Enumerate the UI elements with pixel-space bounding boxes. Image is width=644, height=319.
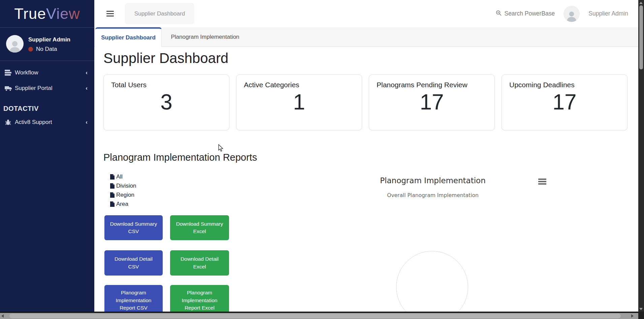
header-user-name: Supplier Admin bbox=[588, 10, 628, 17]
chart-subtitle: Overall Planogram Implementation bbox=[310, 192, 556, 198]
report-link-division[interactable]: Division bbox=[110, 181, 136, 190]
stat-card-label: Planograms Pending Review bbox=[369, 75, 494, 89]
sidebar-item-supplier-portal[interactable]: Supplier Portal ‹ bbox=[0, 81, 94, 96]
download-summary-csv-button[interactable]: Download Summary CSV bbox=[104, 215, 163, 240]
hamburger-menu-icon[interactable] bbox=[106, 9, 114, 18]
sidebar-user-name: Supplier Admin bbox=[28, 36, 70, 43]
search-powerbase[interactable]: Search PowerBase bbox=[496, 10, 555, 18]
planogram-chart: Planogram Implementation Overall Planogr… bbox=[310, 171, 556, 319]
vertical-scrollbar-thumb[interactable] bbox=[639, 5, 643, 69]
file-icon bbox=[110, 174, 115, 180]
stat-card-value: 17 bbox=[502, 90, 627, 115]
search-icon bbox=[496, 10, 502, 18]
chevron-left-icon: ‹ bbox=[86, 69, 88, 76]
horizontal-scrollbar-thumb[interactable] bbox=[9, 314, 621, 318]
file-icon bbox=[110, 183, 115, 189]
sidebar: TrueView Supplier Admin No Data Workflow… bbox=[0, 0, 94, 319]
report-link-region[interactable]: Region bbox=[110, 190, 134, 199]
tab-supplier-dashboard[interactable]: Supplier Dashboard bbox=[95, 27, 162, 47]
sidebar-item-activ8-support[interactable]: Activ8 Support ‹ bbox=[0, 115, 94, 130]
stat-card-value: 3 bbox=[104, 90, 229, 115]
stat-card-planograms-pending: Planograms Pending Review 17 bbox=[369, 74, 495, 130]
scrollbar-corner bbox=[638, 312, 644, 319]
tab-planogram-implementation[interactable]: Planogram Implementation bbox=[162, 27, 249, 47]
sidebar-section-dotactiv: DOTACTIV bbox=[0, 96, 94, 115]
report-link-label: All bbox=[116, 173, 123, 180]
page-title: Supplier Dashboard bbox=[103, 50, 228, 66]
download-detail-csv-button[interactable]: Download Detail CSV bbox=[104, 250, 163, 276]
download-summary-excel-button[interactable]: Download Summary Excel bbox=[170, 215, 229, 240]
reports-section-title: Planogram Implementation Reports bbox=[103, 152, 257, 163]
stat-card-active-categories: Active Categories 1 bbox=[236, 74, 362, 130]
chevron-left-icon: ‹ bbox=[86, 85, 88, 92]
user-avatar bbox=[6, 35, 24, 53]
report-link-label: Division bbox=[116, 183, 136, 189]
scroll-down-icon[interactable] bbox=[639, 308, 643, 310]
chart-title: Planogram Implementation bbox=[310, 176, 556, 185]
stat-card-value: 17 bbox=[369, 90, 494, 115]
tab-bar: Supplier Dashboard Planogram Implementat… bbox=[94, 27, 638, 47]
truck-icon bbox=[5, 86, 15, 91]
vertical-scrollbar[interactable] bbox=[638, 0, 644, 319]
stat-card-total-users: Total Users 3 bbox=[103, 74, 229, 130]
bug-icon bbox=[5, 119, 15, 125]
stat-card-label: Active Categories bbox=[236, 75, 362, 89]
sidebar-item-workflow[interactable]: Workflow ‹ bbox=[0, 65, 94, 81]
report-link-all[interactable]: All bbox=[110, 172, 123, 181]
report-link-label: Region bbox=[116, 192, 134, 198]
stat-card-label: Total Users bbox=[104, 75, 229, 89]
status-dot-icon bbox=[28, 47, 33, 52]
chart-context-menu-icon[interactable] bbox=[538, 178, 546, 186]
scroll-left-icon[interactable] bbox=[1, 314, 4, 318]
empty-pie-chart bbox=[396, 251, 468, 319]
logo-text-view: View bbox=[46, 5, 80, 22]
search-label: Search PowerBase bbox=[504, 10, 555, 17]
horizontal-scrollbar[interactable] bbox=[0, 312, 638, 319]
download-detail-excel-button[interactable]: Download Detail Excel bbox=[170, 250, 229, 276]
stat-card-label: Upcoming Deadlines bbox=[502, 75, 627, 89]
sidebar-user-panel: Supplier Admin No Data bbox=[0, 28, 94, 61]
sidebar-item-label: Activ8 Support bbox=[15, 119, 52, 126]
report-link-area[interactable]: Area bbox=[110, 199, 128, 209]
mouse-cursor bbox=[218, 144, 224, 154]
stat-card-value: 1 bbox=[236, 90, 362, 115]
file-icon bbox=[110, 192, 115, 198]
scroll-up-icon[interactable] bbox=[639, 2, 643, 4]
workflow-icon bbox=[5, 70, 15, 76]
report-link-label: Area bbox=[116, 201, 128, 208]
sidebar-item-label: Supplier Portal bbox=[15, 85, 53, 92]
page-title-chip: Supplier Dashboard bbox=[125, 3, 194, 24]
header-user-avatar[interactable] bbox=[564, 6, 580, 22]
logo-text-true: True bbox=[14, 5, 46, 22]
file-icon bbox=[110, 201, 115, 207]
top-header: Supplier Dashboard Search PowerBase Supp… bbox=[94, 0, 638, 27]
scroll-right-icon[interactable] bbox=[631, 314, 634, 318]
chevron-left-icon: ‹ bbox=[86, 119, 88, 126]
user-status-label: No Data bbox=[36, 46, 57, 53]
app-logo[interactable]: TrueView bbox=[0, 0, 94, 28]
stat-card-upcoming-deadlines: Upcoming Deadlines 17 bbox=[502, 74, 627, 130]
main-content: Supplier Dashboard Total Users 3 Active … bbox=[94, 47, 638, 319]
sidebar-item-label: Workflow bbox=[15, 69, 38, 76]
